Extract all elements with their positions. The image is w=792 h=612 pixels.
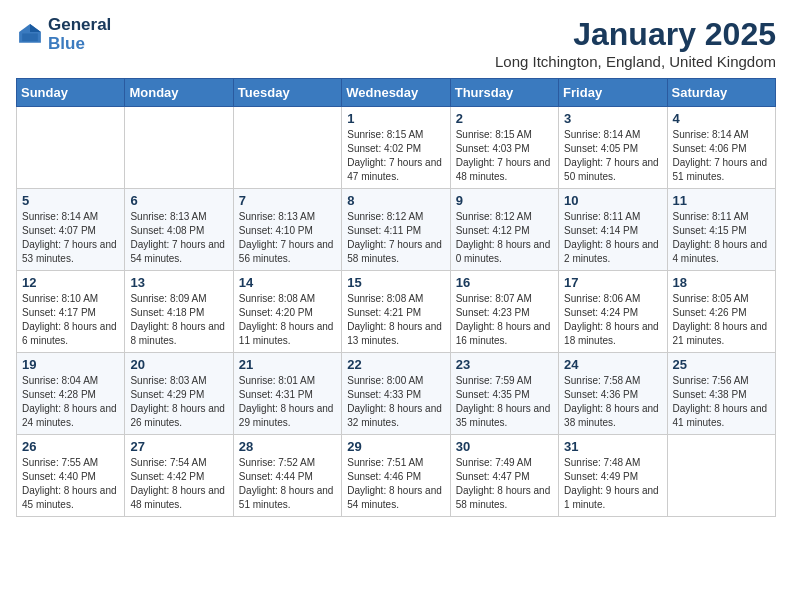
day-info: Sunrise: 8:14 AM Sunset: 4:07 PM Dayligh… xyxy=(22,210,119,266)
day-number: 18 xyxy=(673,275,770,290)
day-number: 25 xyxy=(673,357,770,372)
day-number: 21 xyxy=(239,357,336,372)
weekday-header-saturday: Saturday xyxy=(667,79,775,107)
day-number: 19 xyxy=(22,357,119,372)
week-row-3: 12Sunrise: 8:10 AM Sunset: 4:17 PM Dayli… xyxy=(17,271,776,353)
day-info: Sunrise: 8:15 AM Sunset: 4:03 PM Dayligh… xyxy=(456,128,553,184)
title-block: January 2025 Long Itchington, England, U… xyxy=(495,16,776,70)
calendar-cell: 15Sunrise: 8:08 AM Sunset: 4:21 PM Dayli… xyxy=(342,271,450,353)
calendar-cell: 11Sunrise: 8:11 AM Sunset: 4:15 PM Dayli… xyxy=(667,189,775,271)
day-number: 2 xyxy=(456,111,553,126)
day-number: 10 xyxy=(564,193,661,208)
day-info: Sunrise: 8:14 AM Sunset: 4:05 PM Dayligh… xyxy=(564,128,661,184)
calendar-cell: 22Sunrise: 8:00 AM Sunset: 4:33 PM Dayli… xyxy=(342,353,450,435)
calendar-cell: 1Sunrise: 8:15 AM Sunset: 4:02 PM Daylig… xyxy=(342,107,450,189)
calendar-cell: 29Sunrise: 7:51 AM Sunset: 4:46 PM Dayli… xyxy=(342,435,450,517)
page-header: General Blue January 2025 Long Itchingto… xyxy=(16,16,776,70)
day-number: 28 xyxy=(239,439,336,454)
calendar-cell xyxy=(17,107,125,189)
calendar-cell: 8Sunrise: 8:12 AM Sunset: 4:11 PM Daylig… xyxy=(342,189,450,271)
calendar-table: SundayMondayTuesdayWednesdayThursdayFrid… xyxy=(16,78,776,517)
day-info: Sunrise: 7:54 AM Sunset: 4:42 PM Dayligh… xyxy=(130,456,227,512)
day-number: 9 xyxy=(456,193,553,208)
location: Long Itchington, England, United Kingdom xyxy=(495,53,776,70)
day-info: Sunrise: 8:08 AM Sunset: 4:20 PM Dayligh… xyxy=(239,292,336,348)
day-info: Sunrise: 8:11 AM Sunset: 4:14 PM Dayligh… xyxy=(564,210,661,266)
calendar-cell: 19Sunrise: 8:04 AM Sunset: 4:28 PM Dayli… xyxy=(17,353,125,435)
calendar-cell: 12Sunrise: 8:10 AM Sunset: 4:17 PM Dayli… xyxy=(17,271,125,353)
day-info: Sunrise: 7:56 AM Sunset: 4:38 PM Dayligh… xyxy=(673,374,770,430)
day-info: Sunrise: 8:13 AM Sunset: 4:10 PM Dayligh… xyxy=(239,210,336,266)
day-number: 5 xyxy=(22,193,119,208)
weekday-header-row: SundayMondayTuesdayWednesdayThursdayFrid… xyxy=(17,79,776,107)
calendar-cell: 18Sunrise: 8:05 AM Sunset: 4:26 PM Dayli… xyxy=(667,271,775,353)
day-info: Sunrise: 8:01 AM Sunset: 4:31 PM Dayligh… xyxy=(239,374,336,430)
day-number: 30 xyxy=(456,439,553,454)
calendar-cell: 9Sunrise: 8:12 AM Sunset: 4:12 PM Daylig… xyxy=(450,189,558,271)
month-year: January 2025 xyxy=(495,16,776,53)
day-info: Sunrise: 7:55 AM Sunset: 4:40 PM Dayligh… xyxy=(22,456,119,512)
day-number: 7 xyxy=(239,193,336,208)
day-info: Sunrise: 8:04 AM Sunset: 4:28 PM Dayligh… xyxy=(22,374,119,430)
calendar-cell: 31Sunrise: 7:48 AM Sunset: 4:49 PM Dayli… xyxy=(559,435,667,517)
day-number: 27 xyxy=(130,439,227,454)
day-number: 12 xyxy=(22,275,119,290)
day-number: 17 xyxy=(564,275,661,290)
calendar-cell: 28Sunrise: 7:52 AM Sunset: 4:44 PM Dayli… xyxy=(233,435,341,517)
day-info: Sunrise: 7:52 AM Sunset: 4:44 PM Dayligh… xyxy=(239,456,336,512)
logo: General Blue xyxy=(16,16,111,53)
week-row-2: 5Sunrise: 8:14 AM Sunset: 4:07 PM Daylig… xyxy=(17,189,776,271)
logo-text: General Blue xyxy=(48,16,111,53)
weekday-header-sunday: Sunday xyxy=(17,79,125,107)
day-number: 3 xyxy=(564,111,661,126)
day-number: 1 xyxy=(347,111,444,126)
day-info: Sunrise: 8:14 AM Sunset: 4:06 PM Dayligh… xyxy=(673,128,770,184)
calendar-cell: 21Sunrise: 8:01 AM Sunset: 4:31 PM Dayli… xyxy=(233,353,341,435)
day-info: Sunrise: 8:12 AM Sunset: 4:12 PM Dayligh… xyxy=(456,210,553,266)
calendar-cell: 5Sunrise: 8:14 AM Sunset: 4:07 PM Daylig… xyxy=(17,189,125,271)
weekday-header-wednesday: Wednesday xyxy=(342,79,450,107)
day-number: 24 xyxy=(564,357,661,372)
day-info: Sunrise: 8:05 AM Sunset: 4:26 PM Dayligh… xyxy=(673,292,770,348)
day-info: Sunrise: 8:12 AM Sunset: 4:11 PM Dayligh… xyxy=(347,210,444,266)
day-number: 8 xyxy=(347,193,444,208)
weekday-header-monday: Monday xyxy=(125,79,233,107)
calendar-cell xyxy=(125,107,233,189)
weekday-header-thursday: Thursday xyxy=(450,79,558,107)
calendar-cell: 24Sunrise: 7:58 AM Sunset: 4:36 PM Dayli… xyxy=(559,353,667,435)
calendar-cell: 30Sunrise: 7:49 AM Sunset: 4:47 PM Dayli… xyxy=(450,435,558,517)
day-number: 11 xyxy=(673,193,770,208)
calendar-cell: 2Sunrise: 8:15 AM Sunset: 4:03 PM Daylig… xyxy=(450,107,558,189)
weekday-header-tuesday: Tuesday xyxy=(233,79,341,107)
calendar-cell: 25Sunrise: 7:56 AM Sunset: 4:38 PM Dayli… xyxy=(667,353,775,435)
logo-icon xyxy=(16,21,44,49)
day-number: 23 xyxy=(456,357,553,372)
day-info: Sunrise: 8:07 AM Sunset: 4:23 PM Dayligh… xyxy=(456,292,553,348)
day-info: Sunrise: 8:06 AM Sunset: 4:24 PM Dayligh… xyxy=(564,292,661,348)
day-info: Sunrise: 7:49 AM Sunset: 4:47 PM Dayligh… xyxy=(456,456,553,512)
calendar-cell: 3Sunrise: 8:14 AM Sunset: 4:05 PM Daylig… xyxy=(559,107,667,189)
calendar-cell xyxy=(233,107,341,189)
day-number: 4 xyxy=(673,111,770,126)
day-info: Sunrise: 7:59 AM Sunset: 4:35 PM Dayligh… xyxy=(456,374,553,430)
day-info: Sunrise: 8:08 AM Sunset: 4:21 PM Dayligh… xyxy=(347,292,444,348)
day-number: 31 xyxy=(564,439,661,454)
day-number: 29 xyxy=(347,439,444,454)
svg-rect-2 xyxy=(22,33,38,41)
weekday-header-friday: Friday xyxy=(559,79,667,107)
calendar-cell: 7Sunrise: 8:13 AM Sunset: 4:10 PM Daylig… xyxy=(233,189,341,271)
calendar-cell: 14Sunrise: 8:08 AM Sunset: 4:20 PM Dayli… xyxy=(233,271,341,353)
day-number: 26 xyxy=(22,439,119,454)
calendar-cell: 6Sunrise: 8:13 AM Sunset: 4:08 PM Daylig… xyxy=(125,189,233,271)
day-info: Sunrise: 8:10 AM Sunset: 4:17 PM Dayligh… xyxy=(22,292,119,348)
calendar-cell: 26Sunrise: 7:55 AM Sunset: 4:40 PM Dayli… xyxy=(17,435,125,517)
day-number: 15 xyxy=(347,275,444,290)
day-info: Sunrise: 8:15 AM Sunset: 4:02 PM Dayligh… xyxy=(347,128,444,184)
week-row-1: 1Sunrise: 8:15 AM Sunset: 4:02 PM Daylig… xyxy=(17,107,776,189)
calendar-cell: 17Sunrise: 8:06 AM Sunset: 4:24 PM Dayli… xyxy=(559,271,667,353)
calendar-cell xyxy=(667,435,775,517)
day-info: Sunrise: 8:09 AM Sunset: 4:18 PM Dayligh… xyxy=(130,292,227,348)
day-info: Sunrise: 7:51 AM Sunset: 4:46 PM Dayligh… xyxy=(347,456,444,512)
day-number: 6 xyxy=(130,193,227,208)
week-row-4: 19Sunrise: 8:04 AM Sunset: 4:28 PM Dayli… xyxy=(17,353,776,435)
